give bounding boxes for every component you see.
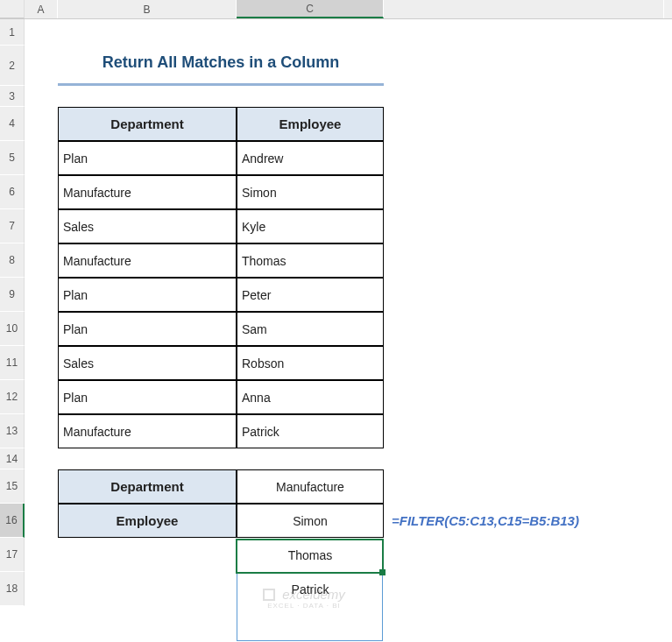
table-row[interactable]: Robson: [237, 346, 384, 380]
cell-d15[interactable]: [384, 469, 664, 504]
cell-c3[interactable]: [237, 86, 384, 107]
row-header-15[interactable]: 15: [0, 469, 25, 504]
cell-b14[interactable]: [58, 448, 237, 469]
cell-d1[interactable]: [384, 19, 664, 46]
lookup-dept-label[interactable]: Department: [58, 469, 237, 504]
cell-a4[interactable]: [25, 107, 58, 141]
cell-a9[interactable]: [25, 278, 58, 312]
cell-d5[interactable]: [384, 141, 664, 175]
row-header-14[interactable]: 14: [0, 448, 25, 469]
table-row[interactable]: Peter: [237, 278, 384, 312]
table-row[interactable]: Plan: [58, 312, 237, 346]
row-header-17[interactable]: 17: [0, 538, 25, 572]
row-header-18[interactable]: 18: [0, 572, 25, 606]
cell-a12[interactable]: [25, 380, 58, 414]
cell-a1[interactable]: [25, 19, 58, 46]
row-header-3[interactable]: 3: [0, 86, 25, 107]
row-header-5[interactable]: 5: [0, 141, 25, 175]
lookup-emp-result-2[interactable]: Patrick: [237, 572, 384, 606]
row-header-11[interactable]: 11: [0, 346, 25, 380]
row-header-10[interactable]: 10: [0, 312, 25, 346]
cell-c14[interactable]: [237, 448, 384, 469]
formula-annotation: =FILTER(C5:C13,C15=B5:B13): [384, 504, 664, 538]
row-header-7[interactable]: 7: [0, 209, 25, 243]
table-row[interactable]: Patrick: [237, 414, 384, 448]
cell-a17[interactable]: [25, 538, 58, 572]
lookup-emp-result-1[interactable]: Thomas: [237, 538, 384, 572]
table-row[interactable]: Anna: [237, 380, 384, 414]
col-header-c[interactable]: C: [237, 0, 384, 18]
cell-a2[interactable]: [25, 46, 58, 86]
table-row[interactable]: Manufacture: [58, 175, 237, 209]
cell-d2[interactable]: [384, 46, 664, 86]
table-row[interactable]: Plan: [58, 141, 237, 175]
row-header-6[interactable]: 6: [0, 175, 25, 209]
cell-a15[interactable]: [25, 469, 58, 504]
cell-d10[interactable]: [384, 312, 664, 346]
table1-header-dept[interactable]: Department: [58, 107, 237, 141]
cell-d11[interactable]: [384, 346, 664, 380]
cell-d17[interactable]: [384, 538, 664, 572]
cell-d3[interactable]: [384, 86, 664, 107]
cell-a6[interactable]: [25, 175, 58, 209]
row-header-9[interactable]: 9: [0, 278, 25, 312]
cell-b18[interactable]: [58, 572, 237, 606]
col-header-a[interactable]: A: [25, 0, 58, 18]
cell-a14[interactable]: [25, 448, 58, 469]
lookup-emp-label[interactable]: Employee: [58, 504, 237, 538]
col-header-b[interactable]: B: [58, 0, 237, 18]
cell-d12[interactable]: [384, 380, 664, 414]
cell-d9[interactable]: [384, 278, 664, 312]
table-row[interactable]: Kyle: [237, 209, 384, 243]
row-header-2[interactable]: 2: [0, 46, 25, 86]
cell-b17[interactable]: [58, 538, 237, 572]
cell-a10[interactable]: [25, 312, 58, 346]
lookup-emp-result-0[interactable]: Simon: [237, 504, 384, 538]
lookup-dept-value[interactable]: Manufacture: [237, 469, 384, 504]
cell-a16[interactable]: [25, 504, 58, 538]
column-headers-row: A B C: [0, 0, 672, 19]
cell-a5[interactable]: [25, 141, 58, 175]
table-row[interactable]: Manufacture: [58, 414, 237, 448]
cell-a3[interactable]: [25, 86, 58, 107]
cell-d6[interactable]: [384, 175, 664, 209]
cell-a13[interactable]: [25, 414, 58, 448]
page-title: Return All Matches in a Column: [58, 46, 384, 86]
table-row[interactable]: Sam: [237, 312, 384, 346]
select-all-corner[interactable]: [0, 0, 25, 18]
table-row[interactable]: Simon: [237, 175, 384, 209]
cell-d18[interactable]: [384, 572, 664, 606]
cell-a18[interactable]: [25, 572, 58, 606]
table-row[interactable]: Plan: [58, 278, 237, 312]
row-header-8[interactable]: 8: [0, 243, 25, 278]
spreadsheet-grid[interactable]: A B C 1 2 Return All Matches in a Column…: [0, 0, 672, 642]
table-row[interactable]: Thomas: [237, 243, 384, 278]
row-header-13[interactable]: 13: [0, 414, 25, 448]
row-header-4[interactable]: 4: [0, 107, 25, 141]
cell-d4[interactable]: [384, 107, 664, 141]
row-header-1[interactable]: 1: [0, 19, 25, 46]
table1-header-emp[interactable]: Employee: [237, 107, 384, 141]
cell-a8[interactable]: [25, 243, 58, 278]
cell-b1[interactable]: [58, 19, 237, 46]
table-row[interactable]: Sales: [58, 209, 237, 243]
cell-a11[interactable]: [25, 346, 58, 380]
cell-d13[interactable]: [384, 414, 664, 448]
cell-c1[interactable]: [237, 19, 384, 46]
formula-text: =FILTER(C5:C13,C15=B5:B13): [388, 513, 579, 528]
cell-d7[interactable]: [384, 209, 664, 243]
table-row[interactable]: Sales: [58, 346, 237, 380]
cell-a7[interactable]: [25, 209, 58, 243]
table-row[interactable]: Plan: [58, 380, 237, 414]
table-row[interactable]: Andrew: [237, 141, 384, 175]
cell-d8[interactable]: [384, 243, 664, 278]
cell-b3[interactable]: [58, 86, 237, 107]
cell-d14[interactable]: [384, 448, 664, 469]
row-header-12[interactable]: 12: [0, 380, 25, 414]
table-row[interactable]: Manufacture: [58, 243, 237, 278]
col-header-rest[interactable]: [384, 0, 664, 18]
row-header-16[interactable]: 16: [0, 504, 25, 538]
